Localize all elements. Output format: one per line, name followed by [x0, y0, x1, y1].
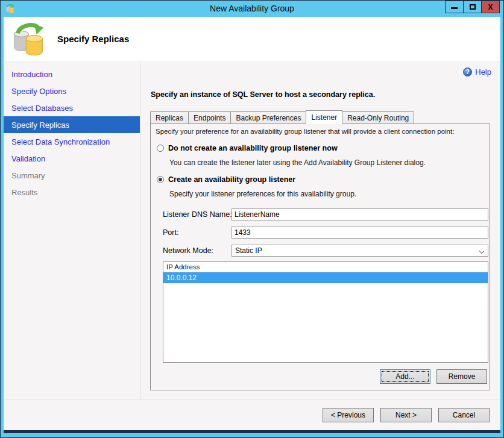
next-button[interactable]: Next > [380, 408, 432, 422]
wizard-steps-sidebar: Introduction Specify Options Select Data… [4, 62, 140, 399]
sidebar-item-results: Results [4, 184, 140, 201]
help-icon: ? [463, 67, 472, 77]
page-title: Specify Replicas [57, 34, 129, 44]
sidebar-item-specify-replicas[interactable]: Specify Replicas [4, 116, 140, 133]
tab-listener[interactable]: Listener [306, 110, 342, 124]
sidebar-item-introduction[interactable]: Introduction [4, 66, 140, 83]
ip-address-list: IP Address 10.0.0.12 [163, 261, 488, 363]
previous-button[interactable]: < Previous [323, 408, 374, 422]
help-link[interactable]: ? Help [463, 67, 491, 77]
wizard-header: Specify Replicas [4, 17, 500, 62]
replica-tabs: Replicas Endpoints Backup Preferences Li… [150, 110, 414, 124]
ip-address-row[interactable]: 10.0.0.12 [163, 272, 488, 283]
ip-address-column-header: IP Address [163, 262, 488, 272]
dns-name-input[interactable] [232, 208, 488, 221]
window-title: New Availability Group [1, 4, 503, 13]
maximize-icon [470, 4, 476, 10]
sidebar-item-select-data-synchronization[interactable]: Select Data Synchronization [4, 133, 140, 150]
add-button[interactable]: Add... [380, 369, 430, 384]
port-label: Port: [163, 227, 178, 239]
listener-intro-text: Specify your preference for an availabil… [156, 128, 454, 135]
minimize-icon [451, 7, 458, 9]
remove-button[interactable]: Remove [436, 369, 487, 384]
minimize-button[interactable] [445, 1, 464, 13]
port-input[interactable] [232, 227, 488, 239]
radio-create-listener-description: Specify your listener preferences for th… [169, 190, 356, 198]
tab-replicas[interactable]: Replicas [150, 111, 189, 124]
dns-name-label: Listener DNS Name: [163, 208, 232, 221]
dialog-window: New Availability Group X [0, 0, 504, 438]
sidebar-item-summary: Summary [4, 167, 140, 184]
radio-no-listener[interactable]: Do not create an availability group list… [157, 144, 338, 152]
listener-tab-panel: Specify your preference for an availabil… [150, 124, 490, 390]
tab-endpoints[interactable]: Endpoints [188, 111, 231, 124]
tab-backup-preferences[interactable]: Backup Preferences [230, 111, 306, 124]
radio-no-listener-label[interactable]: Do not create an availability group list… [168, 144, 338, 152]
window-controls: X [446, 1, 500, 13]
wizard-footer: < Previous Next > Cancel [4, 399, 500, 430]
network-mode-value: Static IP [235, 246, 262, 255]
wizard-content: ? Help Specify an instance of SQL Server… [140, 62, 500, 399]
page-instruction: Specify an instance of SQL Server to hos… [151, 90, 375, 99]
sidebar-item-validation[interactable]: Validation [4, 150, 140, 167]
chevron-down-icon [479, 248, 484, 254]
radio-no-listener-icon[interactable] [157, 145, 164, 152]
window-bottom-accent [4, 430, 500, 433]
maximize-button[interactable] [463, 1, 482, 13]
tab-read-only-routing[interactable]: Read-Only Routing [342, 111, 414, 124]
radio-create-listener-icon[interactable] [157, 176, 164, 183]
replicas-database-icon [12, 21, 49, 57]
wizard-middle: Introduction Specify Options Select Data… [4, 62, 500, 399]
radio-no-listener-description: You can create the listener later using … [169, 158, 426, 167]
radio-create-listener[interactable]: Create an availability group listener [157, 175, 295, 184]
dialog-body: Specify Replicas Introduction Specify Op… [4, 17, 500, 430]
help-label: Help [475, 67, 491, 77]
network-mode-select[interactable]: Static IP [232, 245, 488, 257]
radio-create-listener-label[interactable]: Create an availability group listener [168, 175, 295, 184]
titlebar: New Availability Group X [1, 1, 503, 17]
close-icon: X [488, 4, 493, 11]
close-button[interactable]: X [481, 1, 500, 13]
sidebar-item-select-databases[interactable]: Select Databases [4, 99, 140, 116]
network-mode-label: Network Mode: [163, 245, 213, 257]
sidebar-item-specify-options[interactable]: Specify Options [4, 83, 140, 99]
cancel-button[interactable]: Cancel [438, 408, 490, 422]
